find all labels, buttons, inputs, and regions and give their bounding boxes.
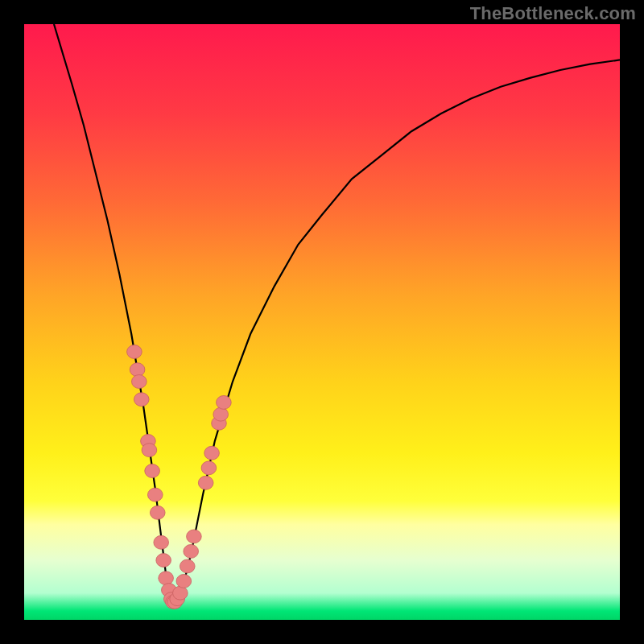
watermark-text: TheBottleneck.com xyxy=(470,3,636,24)
curve-marker xyxy=(156,554,171,568)
curve-marker xyxy=(142,444,157,457)
curve-marker xyxy=(217,395,232,409)
curve-marker xyxy=(127,345,142,359)
curve-marker xyxy=(180,559,195,573)
curve-marker xyxy=(198,476,213,489)
curve-marker xyxy=(213,407,229,421)
curve-marker xyxy=(132,375,147,389)
curve-marker xyxy=(150,506,165,519)
curve-marker xyxy=(130,363,145,377)
curve-marker xyxy=(187,530,202,543)
curve-marker xyxy=(154,535,169,549)
curve-marker xyxy=(204,446,220,460)
chart-svg xyxy=(24,24,620,620)
gradient-background xyxy=(24,24,620,620)
curve-marker xyxy=(176,574,192,588)
chart-frame: TheBottleneck.com xyxy=(0,0,644,644)
curve-marker xyxy=(134,393,149,407)
curve-marker xyxy=(147,488,163,502)
curve-marker xyxy=(145,464,160,478)
curve-marker xyxy=(159,572,174,585)
plot-area xyxy=(24,24,620,620)
curve-marker xyxy=(173,586,188,600)
curve-marker xyxy=(201,461,217,475)
curve-marker xyxy=(184,544,199,558)
